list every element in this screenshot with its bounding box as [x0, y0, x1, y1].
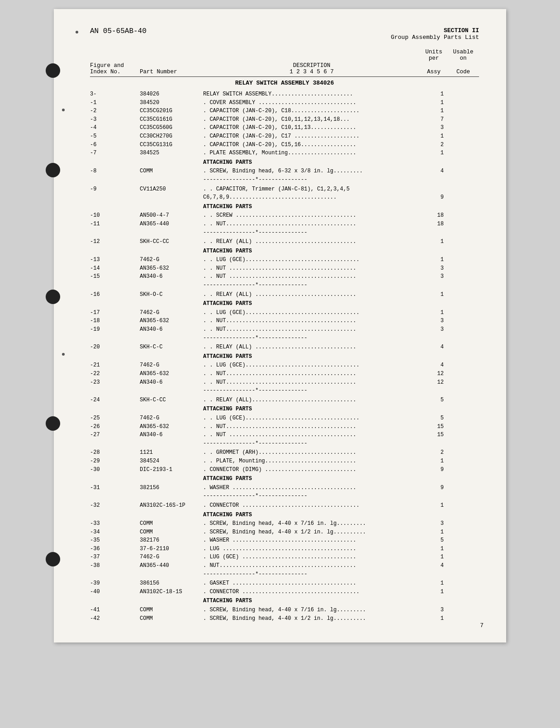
divider-row: ----------------*--------------- — [203, 334, 479, 343]
table-row: -15AN340-6. . NUT ......................… — [90, 272, 479, 281]
table-row: -4CC35CG560G. CAPACITOR (JAN-C-20), C10,… — [90, 124, 479, 132]
table-row: -38AN365-440. NUT.......................… — [90, 561, 479, 570]
assy-header: Assy — [420, 69, 447, 75]
table-row: -2CC35CG201G. CAPACITOR (JAN-C-20), C18.… — [90, 107, 479, 115]
binding-hole-1 — [46, 63, 60, 78]
table-row: -23AN340-6. . NUT.......................… — [90, 378, 479, 387]
table-row: -11AN365-440. . NUT.....................… — [90, 220, 479, 228]
binding-hole-3 — [46, 290, 60, 304]
attaching-parts-label: ATTACHING PARTS — [203, 158, 479, 167]
page-number: 7 — [480, 622, 484, 629]
divider-row: ----------------*--------------- — [203, 492, 479, 500]
attaching-parts-label: ATTACHING PARTS — [203, 300, 479, 308]
table-row: -14AN365-632. . NUT ....................… — [90, 264, 479, 273]
attaching-parts-label: ATTACHING PARTS — [203, 352, 479, 361]
section-sub: Group Assembly Parts List — [391, 34, 479, 41]
attaching-parts-label: ATTACHING PARTS — [203, 203, 479, 211]
table-row: -34COMM. SCREW, Binding head, 4-40 x 1/2… — [90, 528, 479, 537]
column-headers-row: Figure and Index No. Part Number DESCRIP… — [90, 62, 479, 75]
table-row: -29384524. . PLATE, Mounting............… — [90, 457, 479, 466]
page-header: AN 05-65AB-40 SECTION II Group Assembly … — [90, 27, 479, 41]
code-header: Code — [447, 69, 479, 75]
continuation-row: C6,7,8,9................................… — [90, 193, 479, 202]
divider-row: ----------------*--------------- — [203, 281, 479, 290]
units-per-header: Units per — [420, 49, 447, 62]
corner-dot-1 — [76, 31, 78, 33]
table-row: -137462-G. . LUG (GCE)..................… — [90, 256, 479, 264]
table-row: -10AN500-4-7. . SCREW ..................… — [90, 211, 479, 220]
table-row: -24SKH-C-CC. . RELAY (ALL)..............… — [90, 396, 479, 404]
table-row: -3637-6-2110. LUG ......................… — [90, 545, 479, 553]
table-row: -31382156. WASHER ......................… — [90, 484, 479, 492]
divider-row: ----------------*--------------- — [203, 176, 479, 184]
table-row: -18AN365-632. . NUT.....................… — [90, 317, 479, 325]
table-row: -40AN3102C-18-1S. CONNECTOR ............… — [90, 588, 479, 596]
table-row: -35382176. WASHER ......................… — [90, 536, 479, 545]
table-row: -9CV11A250. . CAPACITOR, Trimmer (JAN-C-… — [90, 185, 479, 194]
table-row: -1384520. COVER ASSEMBLY ...............… — [90, 99, 479, 107]
divider-row: ----------------*--------------- — [203, 570, 479, 579]
description-header: DESCRIPTION 1 2 3 4 5 6 7 — [203, 62, 420, 75]
table-row: -7384525. PLATE ASSEMBLY, Mounting......… — [90, 149, 479, 157]
table-row: -3CC35CG161G. CAPACITOR (JAN-C-20), C10,… — [90, 115, 479, 124]
divider-row: ----------------*--------------- — [203, 228, 479, 237]
table-row: -19AN340-6. . NUT.......................… — [90, 325, 479, 334]
binding-hole-2 — [46, 163, 60, 177]
table-row: 3-384026RELAY SWITCH ASSEMBLY...........… — [90, 90, 479, 99]
table-row: -6CC35CG131G. CAPACITOR (JAN-C-20), C15,… — [90, 141, 479, 149]
table-row: -377462-G. LUG (GCE) ...................… — [90, 553, 479, 561]
table-row: -217462-G. . LUG (GCE)..................… — [90, 361, 479, 370]
table-row: -16SKH-O-C. . RELAY (ALL) ..............… — [90, 290, 479, 299]
attaching-parts-label: ATTACHING PARTS — [203, 475, 479, 483]
part-number-header: Part Number — [140, 69, 203, 75]
table-row: -281121. . GROMMET (ARH)................… — [90, 448, 479, 457]
divider-row: ----------------*--------------- — [203, 439, 479, 448]
divider-row: ----------------*--------------- — [203, 386, 479, 395]
table-row: -33COMM. SCREW, Binding head, 4-40 x 7/1… — [90, 519, 479, 528]
table-row: -32AN3102C-16S-1P. CONNECTOR ...........… — [90, 501, 479, 510]
binding-hole-4 — [46, 416, 60, 431]
table-row: -8COMM. SCREW, Binding head, 6-32 x 3/8 … — [90, 167, 479, 176]
table-row: -27AN340-6. . NUT ......................… — [90, 431, 479, 439]
attaching-parts-label: ATTACHING PARTS — [203, 405, 479, 414]
usable-on-header: Usable on — [447, 49, 479, 62]
edge-dot-1 — [62, 109, 65, 111]
page: AN 05-65AB-40 SECTION II Group Assembly … — [54, 9, 506, 642]
table-row: -39386156. GASKET ......................… — [90, 579, 479, 588]
section-info: SECTION II Group Assembly Parts List — [391, 27, 479, 41]
binding-hole-5 — [46, 552, 60, 566]
table-row: -22AN365-632. . NUT.....................… — [90, 370, 479, 378]
assembly-title: RELAY SWITCH ASSEMBLY 384026 — [90, 80, 479, 86]
section-label: SECTION II — [391, 27, 479, 34]
table-row: -5CC30CH270G. CAPACITOR (JAN-C-20), C17 … — [90, 132, 479, 141]
table-row: -177462-G. . LUG (GCE)..................… — [90, 309, 479, 317]
table-row: -26AN365-632. . NUT.....................… — [90, 423, 479, 431]
table-row: -41COMM. SCREW, Binding head, 4-40 x 7/1… — [90, 606, 479, 614]
parts-table: 3-384026RELAY SWITCH ASSEMBLY...........… — [90, 90, 479, 623]
attaching-parts-label: ATTACHING PARTS — [203, 597, 479, 605]
attaching-parts-label: ATTACHING PARTS — [203, 511, 479, 519]
edge-dot-2 — [62, 353, 65, 356]
doc-number: AN 05-65AB-40 — [90, 27, 147, 35]
table-row: -42COMM. SCREW, Binding head, 4-40 x 1/2… — [90, 614, 479, 623]
table-row: -257462-G. . LUG (GCE)..................… — [90, 414, 479, 423]
figure-header: Figure and Index No. — [90, 62, 140, 75]
table-row: -30DIC-2193-1. CONNECTOR (DIMG) ........… — [90, 466, 479, 474]
attaching-parts-label: ATTACHING PARTS — [203, 247, 479, 256]
table-row: -20SKH-C-C. . RELAY (ALL) ..............… — [90, 343, 479, 352]
table-row: -12SKH-CC-CC. . RELAY (ALL) ............… — [90, 238, 479, 246]
